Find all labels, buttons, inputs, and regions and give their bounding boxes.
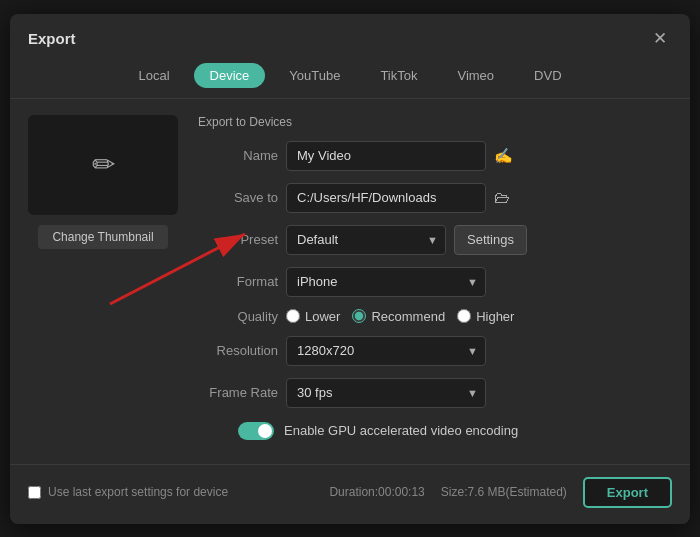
right-panel: Export to Devices Name ✍ Save to 🗁 Prese…	[198, 115, 672, 440]
name-row: Name ✍	[198, 141, 672, 171]
preset-select-wrap: Default ▼	[286, 225, 446, 255]
framerate-select-wrap: 30 fps 60 fps 24 fps ▼	[286, 378, 486, 408]
save-to-row: Save to 🗁	[198, 183, 672, 213]
format-select-wrap: iPhone iPad Android ▼	[286, 267, 486, 297]
format-select[interactable]: iPhone iPad Android	[286, 267, 486, 297]
export-button[interactable]: Export	[583, 477, 672, 508]
name-label: Name	[198, 148, 278, 163]
gpu-toggle[interactable]	[238, 422, 274, 440]
folder-icon[interactable]: 🗁	[494, 189, 510, 207]
preset-label: Preset	[198, 232, 278, 247]
format-label: Format	[198, 274, 278, 289]
last-settings-label: Use last export settings for device	[48, 485, 228, 499]
tab-youtube[interactable]: YouTube	[273, 63, 356, 88]
quality-recommend-radio[interactable]	[352, 309, 366, 323]
quality-row: Quality Lower Recommend Higher	[198, 309, 672, 324]
quality-higher-radio[interactable]	[457, 309, 471, 323]
last-settings-row: Use last export settings for device	[28, 485, 228, 499]
name-input[interactable]	[286, 141, 486, 171]
preset-row: Preset Default ▼ Settings	[198, 225, 672, 255]
save-to-input[interactable]	[286, 183, 486, 213]
framerate-select[interactable]: 30 fps 60 fps 24 fps	[286, 378, 486, 408]
duration-info: Duration:00:00:13	[329, 485, 424, 499]
tab-device[interactable]: Device	[194, 63, 266, 88]
gpu-label: Enable GPU accelerated video encoding	[284, 423, 518, 438]
resolution-select-wrap: 1280x720 1920x1080 3840x2160 ▼	[286, 336, 486, 366]
ai-icon[interactable]: ✍	[494, 147, 513, 165]
tab-tiktok[interactable]: TikTok	[364, 63, 433, 88]
format-row: Format iPhone iPad Android ▼	[198, 267, 672, 297]
export-dialog: Export ✕ Local Device YouTube TikTok Vim…	[10, 14, 690, 524]
change-thumbnail-button[interactable]: Change Thumbnail	[38, 225, 167, 249]
last-settings-checkbox[interactable]	[28, 486, 41, 499]
left-panel: ✏ Change Thumbnail	[28, 115, 178, 440]
framerate-row: Frame Rate 30 fps 60 fps 24 fps ▼	[198, 378, 672, 408]
dialog-header: Export ✕	[10, 14, 690, 59]
footer-right: Duration:00:00:13 Size:7.6 MB(Estimated)…	[329, 477, 672, 508]
tab-dvd[interactable]: DVD	[518, 63, 577, 88]
tab-bar: Local Device YouTube TikTok Vimeo DVD	[10, 59, 690, 99]
settings-button[interactable]: Settings	[454, 225, 527, 255]
main-content: ✏ Change Thumbnail Export to Devices Nam…	[10, 99, 690, 456]
gpu-row: Enable GPU accelerated video encoding	[198, 422, 672, 440]
quality-recommend-option[interactable]: Recommend	[352, 309, 445, 324]
resolution-label: Resolution	[198, 343, 278, 358]
thumbnail-preview: ✏	[28, 115, 178, 215]
quality-lower-option[interactable]: Lower	[286, 309, 340, 324]
footer: Use last export settings for device Dura…	[10, 464, 690, 522]
tab-vimeo[interactable]: Vimeo	[441, 63, 510, 88]
framerate-label: Frame Rate	[198, 385, 278, 400]
preset-select[interactable]: Default	[286, 225, 446, 255]
quality-lower-radio[interactable]	[286, 309, 300, 323]
close-button[interactable]: ✕	[648, 28, 672, 49]
tab-local[interactable]: Local	[122, 63, 185, 88]
quality-higher-option[interactable]: Higher	[457, 309, 514, 324]
pencil-icon: ✏	[92, 148, 115, 181]
section-title: Export to Devices	[198, 115, 672, 129]
resolution-row: Resolution 1280x720 1920x1080 3840x2160 …	[198, 336, 672, 366]
resolution-select[interactable]: 1280x720 1920x1080 3840x2160	[286, 336, 486, 366]
save-to-label: Save to	[198, 190, 278, 205]
quality-label: Quality	[198, 309, 278, 324]
dialog-title: Export	[28, 30, 76, 47]
size-info: Size:7.6 MB(Estimated)	[441, 485, 567, 499]
quality-options: Lower Recommend Higher	[286, 309, 514, 324]
